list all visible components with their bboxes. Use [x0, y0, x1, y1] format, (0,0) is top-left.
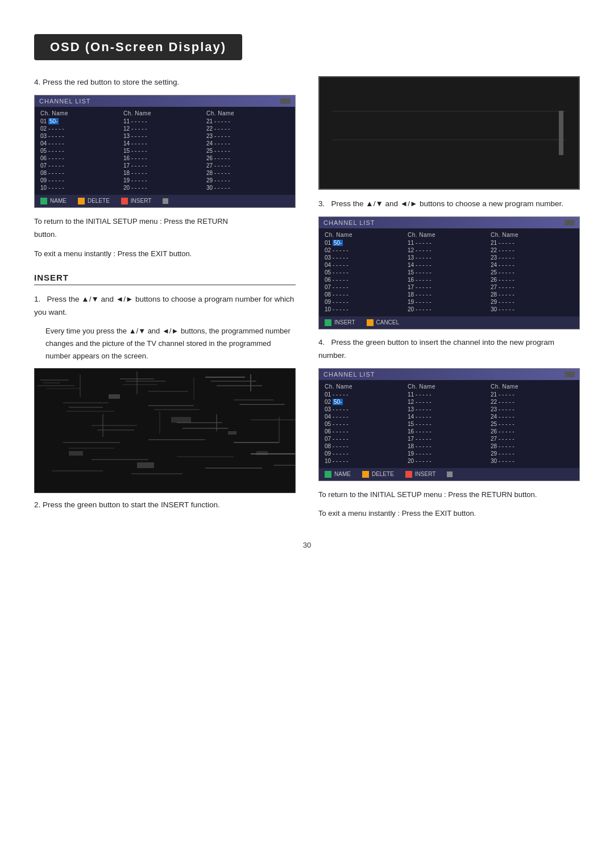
ch2-row-8-2: 18 - - - - -: [408, 291, 491, 298]
ch3-row-3-2: 13 - - - - -: [408, 406, 491, 413]
red-square-icon: [121, 198, 128, 205]
ch-row-6-3: 26 - - - - -: [206, 155, 289, 162]
ch2-row-2-3: 22 - - - - -: [491, 247, 574, 254]
svg-rect-48: [256, 451, 268, 455]
col-header-2a: Ch. Name: [325, 232, 408, 239]
svg-rect-49: [333, 83, 566, 178]
svg-rect-46: [69, 451, 83, 456]
channel-grid-1: Ch. Name Ch. Name Ch. Name 01 50- 11 - -…: [35, 107, 295, 195]
channel-list-header-1: CHANNEL LIST: [35, 95, 295, 107]
insert-step2-text: 2. Press the green button to start the I…: [34, 499, 296, 512]
ch-row-3-1: 03 - - - - -: [40, 132, 123, 140]
ch3-row-7-2: 17 - - - - -: [408, 435, 491, 443]
ch2-row-6-3: 26 - - - - -: [491, 276, 574, 283]
ch2-row-3-1: 03 - - - - -: [325, 254, 408, 261]
ch2-row-9-3: 29 - - - - -: [491, 298, 574, 306]
tv-static-image: [34, 368, 296, 493]
footer-delete-label-3: DELETE: [372, 471, 394, 477]
footer-cancel-label-2: CANCEL: [376, 319, 400, 326]
col-header-1c: Ch. Name: [206, 110, 289, 118]
ch3-row-10-3: 30 - - - - -: [491, 457, 574, 465]
green-square-icon: [40, 198, 47, 205]
ch2-row-8-1: 08 - - - - -: [325, 291, 408, 298]
ch-row-2-3: 22 - - - - -: [206, 125, 289, 132]
ch-row-2-1: 02 - - - - -: [40, 125, 123, 132]
channel-list-header-3: CHANNEL LIST: [319, 369, 579, 380]
ch3-row-3-1: 03 - - - - -: [325, 406, 408, 413]
green-square-icon-2: [325, 319, 331, 326]
ch3-row-5-1: 05 - - - - -: [325, 420, 408, 428]
ch3-row-10-2: 20 - - - - -: [408, 457, 491, 465]
yellow-square-icon-3: [362, 471, 369, 478]
channel-grid-3: Ch. Name Ch. Name Ch. Name 01 - - - - - …: [319, 380, 579, 468]
ch2-row-1-3: 21 - - - - -: [491, 239, 574, 247]
svg-rect-45: [228, 431, 237, 435]
svg-rect-47: [137, 462, 154, 468]
svg-rect-43: [109, 394, 120, 399]
ch3-row-4-2: 14 - - - - -: [408, 413, 491, 420]
insert-step1-sub: Every time you press the ▲/▼ and ◄/► but…: [45, 325, 296, 362]
ch2-row-5-3: 25 - - - - -: [491, 269, 574, 276]
channel-list-header-2: CHANNEL LIST: [319, 217, 579, 228]
ch2-row-1-1: 01 50-: [325, 239, 408, 247]
ch3-row-1-1: 01 - - - - -: [325, 391, 408, 398]
channel-list-title-2: CHANNEL LIST: [323, 219, 375, 226]
footer-insert-label: INSERT: [131, 198, 152, 204]
ch-row-9-1: 09 - - - - -: [40, 177, 123, 184]
col-header-3a: Ch. Name: [325, 383, 408, 391]
ch-row-1-3: 21 - - - - -: [206, 118, 289, 125]
insert-step1-text: 1. Press the ▲/▼ and ◄/► buttons to choo…: [34, 293, 296, 319]
ch2-row-5-2: 15 - - - - -: [408, 269, 491, 276]
ch-row-3-2: 13 - - - - -: [123, 132, 206, 140]
footer-insert-3: INSERT: [405, 471, 436, 478]
ch2-row-10-1: 10 - - - - -: [325, 306, 408, 313]
ch3-row-1-3: 21 - - - - -: [491, 391, 574, 398]
ch-row-5-1: 05 - - - - -: [40, 147, 123, 155]
ch2-row-3-2: 13 - - - - -: [408, 254, 491, 261]
tv-image: [318, 76, 580, 190]
ch-row-4-3: 24 - - - - -: [206, 140, 289, 147]
ch-row-5-3: 25 - - - - -: [206, 147, 289, 155]
svg-rect-44: [171, 417, 191, 423]
ch-row-5-2: 15 - - - - -: [123, 147, 206, 155]
ch2-row-6-1: 06 - - - - -: [325, 276, 408, 283]
footer-insert-1: INSERT: [121, 198, 152, 205]
ch3-row-6-2: 16 - - - - -: [408, 428, 491, 435]
ch-row-1-1: 01 50-: [40, 118, 123, 125]
footer-name-3: NAME: [325, 471, 351, 478]
left-exit-text: To exit a menu instantly : Press the EXI…: [34, 247, 296, 260]
static-svg: [35, 369, 295, 493]
footer-insert-label-2: INSERT: [334, 319, 355, 326]
ch-row-9-3: 29 - - - - -: [206, 177, 289, 184]
ch3-row-8-2: 18 - - - - -: [408, 443, 491, 450]
ch-row-3-3: 23 - - - - -: [206, 132, 289, 140]
ch3-row-2-2: 12 - - - - -: [408, 398, 491, 406]
ch3-row-6-1: 06 - - - - -: [325, 428, 408, 435]
yellow-square-icon: [78, 198, 85, 205]
ch3-row-2-1: 02 50-: [325, 398, 408, 406]
ch3-row-3-3: 23 - - - - -: [491, 406, 574, 413]
right-step3-text: 3. Press the ▲/▼ and ◄/► buttons to choo…: [318, 198, 580, 211]
ch3-row-4-3: 24 - - - - -: [491, 413, 574, 420]
ch-row-7-1: 07 - - - - -: [40, 162, 123, 169]
ch-row-10-3: 30 - - - - -: [206, 184, 289, 191]
ch2-row-4-1: 04 - - - - -: [325, 261, 408, 269]
col-header-2c: Ch. Name: [491, 232, 574, 239]
channel-list-box-3: CHANNEL LIST Ch. Name Ch. Name Ch. Name …: [318, 368, 580, 481]
green-square-icon-3: [325, 471, 331, 478]
ch2-row-2-1: 02 - - - - -: [325, 247, 408, 254]
footer-extra-1: [163, 198, 168, 204]
col-header-1a: Ch. Name: [40, 110, 123, 118]
channel-list-title-1: CHANNEL LIST: [39, 98, 90, 105]
ch3-row-4-1: 04 - - - - -: [325, 413, 408, 420]
tv-screen-svg: [333, 83, 566, 178]
right-column: 3. Press the ▲/▼ and ◄/► buttons to choo…: [318, 76, 580, 524]
header-indicator-2: [565, 220, 575, 226]
ch3-row-9-3: 29 - - - - -: [491, 450, 574, 457]
col-header-2b: Ch. Name: [408, 232, 491, 239]
footer-extra-3: [447, 471, 453, 477]
right-exit-text: To exit a menu instantly : Press the EXI…: [318, 507, 580, 520]
ch-row-1-2: 11 - - - - -: [123, 118, 206, 125]
ch3-row-7-1: 07 - - - - -: [325, 435, 408, 443]
ch-row-8-3: 28 - - - - -: [206, 169, 289, 177]
